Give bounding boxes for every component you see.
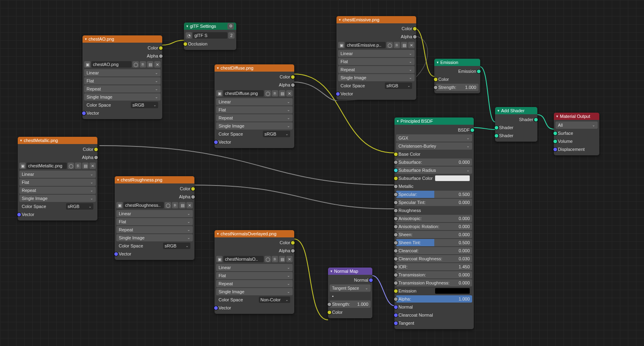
output-socket-alpha[interactable] bbox=[413, 35, 417, 39]
interpolation-dropdown[interactable]: Linear⌄ bbox=[19, 171, 96, 178]
input-socket[interactable] bbox=[394, 169, 398, 172]
nodegroup-icon[interactable]: ◔ bbox=[186, 32, 192, 39]
source-dropdown[interactable]: Single Image⌄ bbox=[116, 234, 193, 241]
input-socket[interactable] bbox=[394, 209, 398, 212]
user-count[interactable]: 2 bbox=[228, 32, 235, 39]
gear-icon[interactable]: ⚙ bbox=[227, 23, 234, 29]
collapse-icon[interactable]: ▾ bbox=[186, 23, 188, 30]
node-header[interactable]: ▾Material Output bbox=[554, 113, 599, 120]
input-socket-color[interactable] bbox=[328, 311, 331, 314]
interpolation-dropdown[interactable]: Linear⌄ bbox=[84, 69, 161, 76]
node-emission[interactable]: ▾Emission Emission Color Strength:1.000 bbox=[434, 59, 480, 93]
node-header[interactable]: ▾chestEmissive.png bbox=[336, 16, 416, 23]
interpolation-dropdown[interactable]: Linear⌄ bbox=[216, 98, 293, 105]
space-dropdown[interactable]: Tangent Space⌄ bbox=[330, 284, 371, 292]
bsdf-emission[interactable]: Emission bbox=[396, 287, 472, 295]
output-socket-shader[interactable] bbox=[534, 118, 538, 122]
input-socket-vector[interactable] bbox=[82, 111, 86, 115]
collapse-icon[interactable]: ▾ bbox=[85, 35, 87, 43]
interpolation-dropdown[interactable]: Linear⌄ bbox=[116, 210, 193, 217]
output-socket-color[interactable] bbox=[94, 148, 98, 151]
bsdf-transmission-[interactable]: Transmission:0.000 bbox=[396, 271, 472, 278]
input-socket-displacement[interactable] bbox=[553, 148, 557, 151]
distribution-dropdown[interactable]: GGX⌄ bbox=[396, 134, 472, 142]
input-socket[interactable] bbox=[394, 305, 398, 309]
node-header[interactable]: ▾chestDiffuse.png bbox=[215, 64, 294, 72]
input-socket-vector[interactable] bbox=[214, 140, 218, 144]
node-image-ao[interactable]: ▾chestAO.png Color Alpha ▣chestAO.png◯⎘▤… bbox=[83, 35, 162, 119]
nodegroup-datablock[interactable]: ◔glTF S2 bbox=[186, 31, 235, 39]
open-icon[interactable]: ▤ bbox=[147, 61, 153, 68]
input-socket[interactable] bbox=[394, 281, 398, 285]
bsdf-alpha-[interactable]: Alpha:1.000 bbox=[396, 295, 472, 303]
interpolation-dropdown[interactable]: Linear⌄ bbox=[216, 264, 293, 271]
colorspace-row[interactable]: Color SpacesRGB⌄ bbox=[338, 82, 415, 89]
input-socket-vector[interactable] bbox=[114, 252, 118, 256]
source-dropdown[interactable]: Single Image⌄ bbox=[216, 122, 293, 130]
bsdf-specular-[interactable]: Specular:0.500 bbox=[396, 191, 472, 198]
uvmap-field[interactable]: • bbox=[330, 292, 371, 300]
colorspace-row[interactable]: Color SpacesRGB⌄ bbox=[116, 242, 193, 249]
node-material-output[interactable]: ▾Material Output All⌄ Surface Volume Dis… bbox=[554, 113, 599, 155]
unlink-icon[interactable]: ✕ bbox=[154, 61, 161, 68]
source-dropdown[interactable]: Single Image⌄ bbox=[19, 195, 96, 202]
input-socket[interactable] bbox=[394, 217, 398, 220]
input-socket-strength[interactable] bbox=[434, 86, 438, 89]
output-socket-color[interactable] bbox=[291, 241, 295, 245]
input-socket[interactable] bbox=[394, 321, 398, 325]
bsdf-sheen-[interactable]: Sheen:0.000 bbox=[396, 231, 472, 238]
node-header[interactable]: ▾Emission bbox=[434, 59, 480, 66]
bsdf-subsurface-color[interactable]: Subsurface Color bbox=[396, 175, 472, 182]
input-socket[interactable] bbox=[394, 313, 398, 317]
input-socket-vector[interactable] bbox=[214, 306, 218, 310]
image-selector[interactable]: ▣chestMetallic.png◯⎘▤✕ bbox=[19, 162, 96, 170]
node-header[interactable]: ▾chestAO.png bbox=[83, 35, 162, 43]
projection-dropdown[interactable]: Flat⌄ bbox=[216, 272, 293, 279]
input-socket-shader-2[interactable] bbox=[495, 134, 498, 138]
extension-dropdown[interactable]: Repeat⌄ bbox=[338, 66, 415, 73]
input-socket[interactable] bbox=[394, 177, 398, 180]
input-socket[interactable] bbox=[394, 249, 398, 253]
colorspace-row[interactable]: Color SpacesRGB⌄ bbox=[84, 101, 161, 109]
input-socket[interactable] bbox=[394, 152, 398, 156]
input-socket-surface[interactable] bbox=[553, 132, 557, 135]
bsdf-clearcoat-[interactable]: Clearcoat:0.000 bbox=[396, 247, 472, 254]
colorspace-row[interactable]: Color SpacesRGB⌄ bbox=[216, 130, 293, 138]
bsdf-subsurface-[interactable]: Subsurface:0.000 bbox=[396, 159, 472, 166]
extension-dropdown[interactable]: Repeat⌄ bbox=[216, 280, 293, 287]
input-socket[interactable] bbox=[394, 185, 398, 188]
input-socket[interactable] bbox=[394, 225, 398, 229]
input-socket[interactable] bbox=[394, 273, 398, 277]
input-socket[interactable] bbox=[394, 241, 398, 245]
extension-dropdown[interactable]: Repeat⌄ bbox=[19, 187, 96, 194]
input-socket-volume[interactable] bbox=[553, 140, 557, 143]
node-header[interactable]: ▾chestRoughness.png bbox=[115, 176, 194, 183]
input-socket[interactable] bbox=[394, 265, 398, 269]
bsdf-transmission-roughness-[interactable]: Transmission Roughness:0.000 bbox=[396, 279, 472, 286]
input-socket[interactable] bbox=[394, 193, 398, 196]
projection-dropdown[interactable]: Flat⌄ bbox=[84, 77, 161, 84]
output-socket-alpha[interactable] bbox=[191, 195, 195, 199]
bsdf-anisotropic-[interactable]: Anisotropic:0.000 bbox=[396, 215, 472, 222]
image-name-field[interactable]: chestAO.png bbox=[91, 61, 132, 68]
output-socket-normal[interactable] bbox=[369, 278, 373, 282]
input-socket-vector[interactable] bbox=[336, 92, 340, 96]
node-gltf-settings[interactable]: ▾glTF Settings⚙ ◔glTF S2 Occlusion bbox=[184, 23, 236, 50]
bsdf-sheen-tint-[interactable]: Sheen Tint:0.500 bbox=[396, 239, 472, 246]
input-socket[interactable] bbox=[394, 257, 398, 261]
input-socket[interactable] bbox=[394, 201, 398, 204]
projection-dropdown[interactable]: Flat⌄ bbox=[19, 179, 96, 186]
input-socket-occlusion[interactable] bbox=[184, 42, 187, 46]
image-selector[interactable]: ▣chestEmissive.p..◯⎘▤✕ bbox=[338, 41, 415, 49]
input-socket[interactable] bbox=[394, 289, 398, 293]
source-dropdown[interactable]: Single Image⌄ bbox=[338, 74, 415, 81]
extension-dropdown[interactable]: Repeat⌄ bbox=[116, 226, 193, 233]
node-header[interactable]: ▾Add Shader bbox=[495, 107, 537, 114]
output-socket-emission[interactable] bbox=[477, 70, 481, 73]
source-dropdown[interactable]: Single Image⌄ bbox=[216, 288, 293, 295]
node-header[interactable]: ▾Normal Map bbox=[328, 268, 372, 275]
bsdf-subsurface-radius[interactable]: Subsurface Radius⌄ bbox=[396, 167, 472, 174]
extension-dropdown[interactable]: Repeat⌄ bbox=[216, 114, 293, 122]
bsdf-specular-tint-[interactable]: Specular Tint:0.000 bbox=[396, 199, 472, 206]
colorspace-row[interactable]: Color SpaceNon-Color⌄ bbox=[216, 296, 293, 303]
